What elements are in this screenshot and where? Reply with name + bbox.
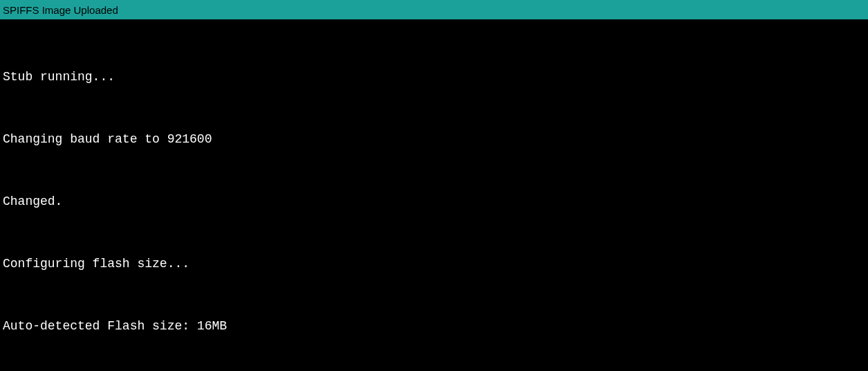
- terminal-line: Configuring flash size...: [3, 253, 865, 274]
- terminal-line: Changing baud rate to 921600: [3, 129, 865, 150]
- terminal-output: Stub running... Changing baud rate to 92…: [0, 19, 868, 371]
- status-title: SPIFFS Image Uploaded: [3, 4, 118, 16]
- terminal-line: Auto-detected Flash size: 16MB: [3, 316, 865, 336]
- status-header: SPIFFS Image Uploaded: [0, 0, 868, 19]
- terminal-line: Stub running...: [3, 66, 865, 87]
- terminal-line: Changed.: [3, 191, 865, 212]
